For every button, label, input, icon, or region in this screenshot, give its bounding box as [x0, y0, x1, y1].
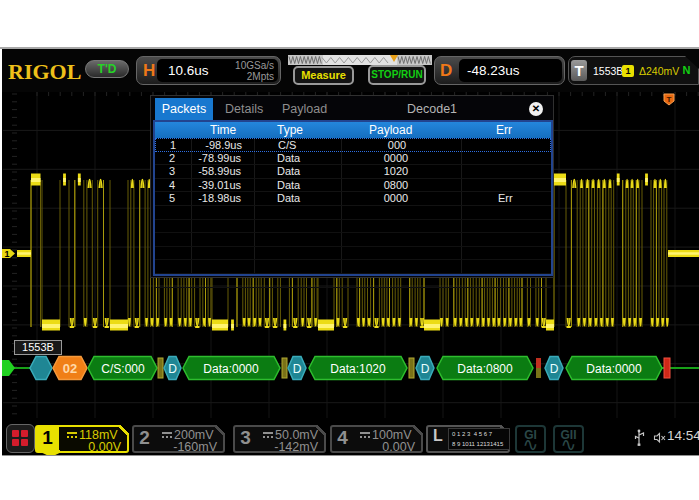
svg-text:Data:1020: Data:1020 [330, 362, 386, 376]
svg-text:Data:0800: Data:0800 [457, 362, 513, 376]
svg-text:D: D [550, 362, 559, 376]
svg-text:Data:0000: Data:0000 [586, 362, 642, 376]
svg-text:C/S:000: C/S:000 [101, 362, 145, 376]
svg-text:02: 02 [63, 361, 77, 376]
svg-text:D: D [168, 362, 177, 376]
svg-text:T: T [667, 95, 672, 104]
svg-text:1: 1 [4, 249, 9, 259]
svg-text:Data:0000: Data:0000 [203, 362, 259, 376]
svg-text:D: D [293, 362, 302, 376]
svg-text:D: D [421, 362, 430, 376]
